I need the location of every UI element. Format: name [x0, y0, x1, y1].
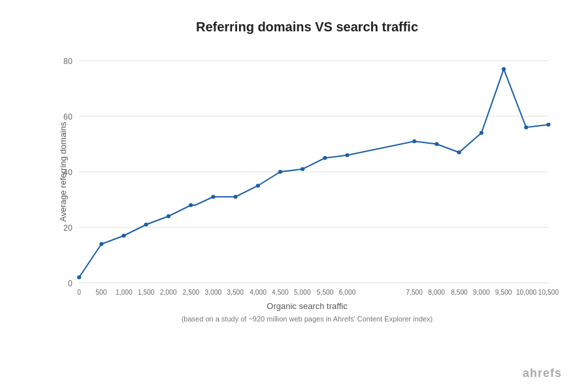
- page-container: Referring domains VS search traffic Aver…: [0, 0, 588, 392]
- svg-text:20: 20: [63, 223, 73, 233]
- svg-text:9,500: 9,500: [495, 289, 512, 296]
- svg-text:60: 60: [63, 112, 73, 122]
- footnote: (based on a study of ~920 million web pa…: [52, 315, 562, 323]
- svg-text:0: 0: [68, 279, 73, 288]
- data-point: [233, 195, 237, 199]
- svg-text:6,000: 6,000: [339, 289, 356, 296]
- svg-text:2,500: 2,500: [183, 289, 200, 296]
- svg-text:0: 0: [77, 289, 81, 296]
- svg-text:10,500: 10,500: [538, 289, 559, 296]
- svg-text:3,500: 3,500: [227, 289, 244, 296]
- svg-text:4,000: 4,000: [250, 289, 267, 296]
- data-point: [434, 142, 438, 146]
- svg-text:4,500: 4,500: [272, 289, 289, 296]
- svg-text:7,500: 7,500: [406, 289, 423, 296]
- svg-text:9,000: 9,000: [473, 289, 490, 296]
- data-point: [480, 131, 483, 135]
- svg-text:80: 80: [63, 57, 73, 66]
- svg-text:2,000: 2,000: [160, 289, 177, 296]
- svg-text:5,000: 5,000: [294, 289, 311, 296]
- data-point: [524, 125, 528, 129]
- data-point: [99, 242, 103, 246]
- data-point: [546, 123, 550, 127]
- data-point: [144, 223, 148, 227]
- svg-text:3,000: 3,000: [204, 289, 221, 296]
- data-point: [457, 150, 461, 154]
- svg-text:10,000: 10,000: [516, 289, 537, 296]
- y-axis-label: Average referring domains: [58, 122, 68, 222]
- svg-text:8,500: 8,500: [451, 289, 468, 296]
- data-point: [167, 214, 171, 218]
- data-point: [323, 156, 327, 160]
- svg-text:8,000: 8,000: [428, 289, 445, 296]
- brand-label: ahrefs: [523, 367, 562, 380]
- chart-area: Average referring domains 0 20 40 60 80 …: [52, 48, 562, 296]
- data-point: [301, 167, 304, 171]
- data-point: [256, 184, 260, 188]
- chart-svg: 0 20 40 60 80 0 500 1,000 1,500 2,000 2,…: [52, 48, 562, 296]
- chart-title: Referring domains VS search traffic: [52, 20, 562, 35]
- data-point: [278, 170, 282, 174]
- chart-line: [79, 69, 548, 278]
- x-axis-label: Organic search traffic: [52, 301, 562, 311]
- svg-text:1,500: 1,500: [138, 289, 155, 296]
- data-point: [122, 234, 125, 238]
- svg-text:5,500: 5,500: [317, 289, 334, 296]
- data-point: [77, 276, 81, 280]
- data-point: [412, 139, 416, 143]
- svg-text:1,000: 1,000: [116, 289, 133, 296]
- svg-text:500: 500: [95, 289, 106, 296]
- data-point: [211, 195, 215, 199]
- data-point: [502, 67, 506, 71]
- data-point: [189, 203, 193, 207]
- data-point: [346, 154, 350, 157]
